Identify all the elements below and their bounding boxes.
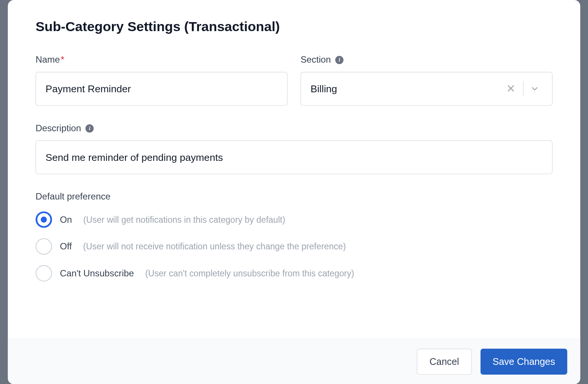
modal-footer: Cancel Save Changes [8,339,580,384]
radio-label: Can't Unsubscribe [60,268,134,279]
radio-cant-unsubscribe[interactable]: Can't Unsubscribe (User can't completely… [36,265,553,282]
radio-label: On [60,214,72,225]
info-icon[interactable]: i [335,56,344,64]
save-button[interactable]: Save Changes [480,349,567,375]
radio-dot [41,217,47,223]
description-input[interactable] [36,140,553,174]
settings-modal: Sub-Category Settings (Transactional) Na… [8,0,580,384]
radio-label: Off [60,241,72,252]
section-select[interactable]: Billing [300,72,552,106]
required-star: * [61,55,64,65]
radio-button[interactable] [36,212,52,228]
radio-group: On (User will get notifications in this … [36,212,553,282]
info-icon[interactable]: i [86,124,94,132]
modal-body: Sub-Category Settings (Transactional) Na… [8,0,580,339]
radio-off[interactable]: Off (User will not receive notification … [36,238,553,255]
default-preference-label: Default preference [36,192,553,202]
description-group: Description i [36,123,553,174]
chevron-down-icon[interactable] [527,81,543,97]
select-divider [523,81,523,97]
section-label-wrap: Section i [300,55,552,65]
description-label-wrap: Description i [36,123,553,134]
clear-icon[interactable] [502,84,519,93]
section-label: Section [300,55,331,65]
radio-button[interactable] [36,265,52,282]
radio-hint: (User will get notifications in this cat… [83,214,285,225]
modal-title: Sub-Category Settings (Transactional) [36,19,553,35]
form-row-1: Name* Section i Billing [36,55,553,106]
radio-button[interactable] [36,238,52,255]
default-preference-group: Default preference On (User will get not… [36,192,553,282]
section-value: Billing [311,83,502,94]
name-label-wrap: Name* [36,55,288,65]
radio-hint: (User will not receive notification unle… [83,242,346,252]
name-label: Name [36,55,60,65]
section-group: Section i Billing [300,55,552,106]
cancel-button[interactable]: Cancel [417,349,472,375]
description-label: Description [36,123,81,134]
radio-on[interactable]: On (User will get notifications in this … [36,212,553,228]
name-group: Name* [36,55,288,106]
radio-hint: (User can't completely unsubscribe from … [145,268,354,279]
name-input[interactable] [36,72,288,106]
